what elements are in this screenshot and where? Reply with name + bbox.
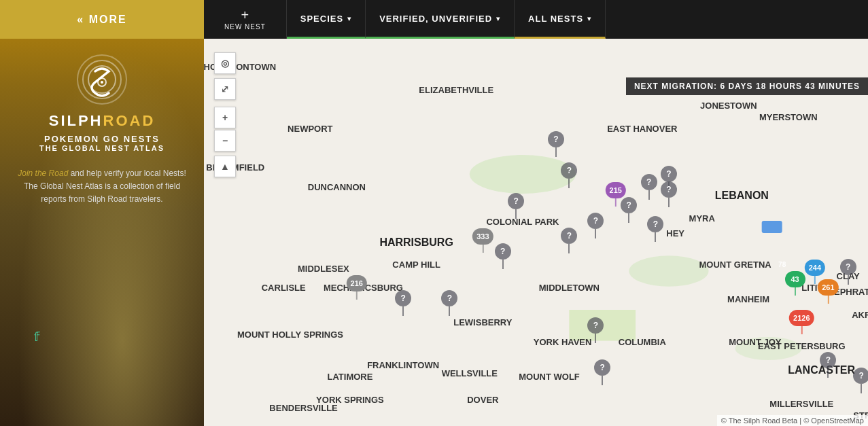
nest-marker[interactable]: ? <box>594 359 610 384</box>
nest-marker[interactable]: ? <box>587 213 604 237</box>
nest-unknown-marker[interactable]: ? <box>641 174 657 190</box>
all-nests-button[interactable]: ALL NESTS ▾ <box>515 0 606 39</box>
sidebar: « MORE SILPHROAD POKEMON GO NESTS <box>0 0 204 426</box>
tagline2: THE GLOBAL NEST ATLAS <box>39 144 164 152</box>
nest-unknown-marker[interactable]: ? <box>661 181 677 198</box>
nest-marker[interactable]: ? <box>840 259 856 283</box>
nest-marker[interactable]: ? <box>548 131 564 156</box>
nest-marker[interactable]: 43 <box>785 271 805 294</box>
brand-road: ROAD <box>103 112 156 129</box>
new-nest-label: NEW NEST <box>224 23 266 31</box>
navbar: + NEW NEST SPECIES ▾ VERIFIED, UNVERIFIE… <box>204 0 868 39</box>
new-nest-button[interactable]: + NEW NEST <box>204 0 287 39</box>
all-nests-label: ALL NESTS <box>528 14 583 24</box>
nest-marker[interactable]: ? <box>441 290 457 315</box>
all-nests-dropdown-arrow: ▾ <box>587 15 591 22</box>
nest-unknown-marker[interactable]: ? <box>441 290 457 306</box>
svg-point-6 <box>470 155 576 194</box>
nest-marker[interactable]: 333 <box>472 228 493 251</box>
svg-rect-10 <box>762 221 782 233</box>
nest-marker[interactable]: ? <box>820 352 836 376</box>
nest-unknown-marker[interactable]: ? <box>594 359 610 376</box>
svg-point-7 <box>629 255 708 287</box>
fullscreen-button[interactable]: ⤢ <box>214 78 236 100</box>
nest-marker[interactable]: 261 <box>818 279 838 302</box>
species-label: SPECIES <box>300 14 343 24</box>
nest-marker[interactable]: ? <box>508 193 524 217</box>
nest-unknown-marker[interactable]: ? <box>395 290 411 306</box>
nest-numbered-marker[interactable]: 216 <box>347 275 367 291</box>
join-link[interactable]: Join the Road <box>18 168 68 178</box>
nest-unknown-marker[interactable]: ? <box>853 368 868 384</box>
nest-marker[interactable]: ? <box>561 228 577 252</box>
more-button[interactable]: « MORE <box>0 0 204 39</box>
nest-unknown-marker[interactable]: ? <box>495 243 511 260</box>
species-dropdown-arrow: ▾ <box>347 15 351 22</box>
silph-road-logo <box>75 52 129 107</box>
svg-point-4 <box>101 81 103 84</box>
svg-point-9 <box>735 337 802 360</box>
nest-marker[interactable]: ? <box>587 317 604 342</box>
svg-text:78: 78 <box>778 261 786 268</box>
logo-container: SILPHROAD POKEMON GO NESTS THE GLOBAL NE… <box>39 52 164 152</box>
map-controls: ◎ ⤢ + − ▲ <box>214 52 236 177</box>
map-attribution: © The Silph Road Beta | © OpenStreetMap <box>717 415 868 426</box>
nest-unknown-marker[interactable]: ? <box>548 131 564 147</box>
sidebar-content: SILPHROAD POKEMON GO NESTS THE GLOBAL NE… <box>0 39 204 426</box>
zoom-out-button[interactable]: − <box>214 130 236 152</box>
nest-unknown-marker[interactable]: ? <box>508 193 524 209</box>
map-svg: 78 <box>204 39 868 426</box>
nest-unknown-marker[interactable]: ? <box>621 197 637 213</box>
nest-numbered-marker[interactable]: 333 <box>472 228 493 245</box>
species-button[interactable]: SPECIES ▾ <box>287 0 366 39</box>
compass-button[interactable]: ▲ <box>214 156 236 177</box>
nest-unknown-marker[interactable]: ? <box>561 228 577 244</box>
nest-marker[interactable]: ? <box>661 181 677 206</box>
more-button-label: « MORE <box>77 14 126 26</box>
nest-unknown-marker[interactable]: ? <box>587 213 604 229</box>
nest-numbered-marker[interactable]: 244 <box>805 260 825 276</box>
tagline1: POKEMON GO NESTS <box>44 134 160 144</box>
nest-marker[interactable]: ? <box>495 243 511 268</box>
nest-unknown-marker[interactable]: ? <box>587 317 604 334</box>
nest-marker[interactable]: 2126 <box>789 310 814 333</box>
migration-banner: NEXT MIGRATION: 6 DAYS 18 HOURS 43 MINUT… <box>626 77 868 95</box>
nest-unknown-marker[interactable]: ? <box>661 166 677 182</box>
nest-numbered-marker[interactable]: 2126 <box>789 310 814 326</box>
nest-numbered-marker[interactable]: 261 <box>818 279 838 296</box>
nest-marker[interactable]: ? <box>395 290 411 315</box>
brand-silph: SILPH <box>49 112 103 129</box>
nest-marker[interactable]: ? <box>621 197 637 221</box>
nest-marker[interactable]: ? <box>561 162 577 187</box>
sidebar-description: Join the Road and help verify your local… <box>0 159 204 215</box>
verified-button[interactable]: VERIFIED, UNVERIFIED ▾ <box>366 0 515 39</box>
migration-text: NEXT MIGRATION: 6 DAYS 18 HOURS 43 MINUT… <box>634 82 860 91</box>
verified-dropdown-arrow: ▾ <box>496 15 500 22</box>
nest-unknown-marker[interactable]: ? <box>561 162 577 179</box>
nest-unknown-marker[interactable]: ? <box>820 352 836 368</box>
nest-marker[interactable]: 216 <box>347 275 367 298</box>
logo-text: SILPHROAD POKEMON GO NESTS THE GLOBAL NE… <box>39 112 164 152</box>
verified-label: VERIFIED, UNVERIFIED <box>379 14 492 24</box>
zoom-in-button[interactable]: + <box>214 107 236 128</box>
new-nest-plus: + <box>241 8 249 22</box>
nest-marker[interactable]: ? <box>641 174 657 198</box>
nest-unknown-marker[interactable]: ? <box>647 216 663 232</box>
nest-numbered-marker[interactable]: 215 <box>606 182 626 198</box>
nest-marker[interactable]: ? <box>647 216 663 241</box>
nest-unknown-marker[interactable]: ? <box>840 259 856 275</box>
nest-marker[interactable]: ? <box>853 368 868 392</box>
locate-button[interactable]: ◎ <box>214 52 236 74</box>
main-area: + NEW NEST SPECIES ▾ VERIFIED, UNVERIFIE… <box>204 0 868 426</box>
attribution-text: © The Silph Road Beta | © OpenStreetMap <box>721 416 864 425</box>
brand-name: SILPHROAD <box>49 112 156 130</box>
nest-numbered-marker[interactable]: 43 <box>785 271 805 287</box>
map-container[interactable]: 78 ◎ ⤢ + − ▲ NEXT MIGRATION: 6 DAYS 18 H… <box>204 39 868 426</box>
